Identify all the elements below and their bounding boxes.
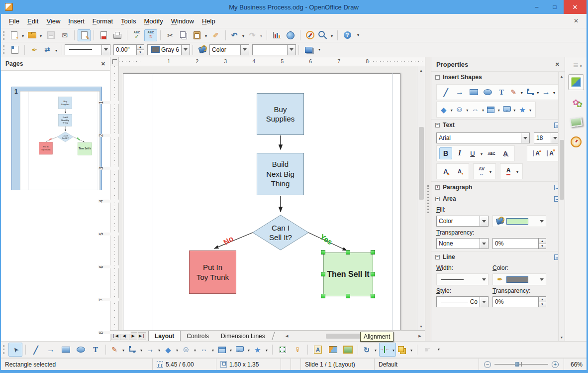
dropdown-arrow-icon[interactable]	[181, 45, 190, 55]
basic-shapes-button[interactable]	[439, 104, 454, 116]
open-button[interactable]	[26, 29, 43, 41]
select-button[interactable]	[8, 343, 22, 357]
spin-up-icon[interactable]: ▲	[137, 45, 144, 50]
bold-button[interactable]	[439, 147, 452, 159]
page-1-thumbnail[interactable]: 1	[11, 87, 102, 190]
sidebar-tab-images[interactable]	[568, 114, 584, 130]
scrollbar-thumb[interactable]	[419, 127, 424, 200]
insert-lines-arrows-button[interactable]	[541, 86, 557, 98]
selection-handle[interactable]	[321, 250, 325, 254]
sidebar-tab-properties[interactable]	[568, 74, 584, 90]
stars-button[interactable]	[252, 343, 269, 357]
tab-dimension-lines[interactable]: Dimension Lines	[215, 331, 271, 341]
spin-up-icon[interactable]: ▲	[539, 297, 546, 302]
flow-node-then-sell-it[interactable]: Then Sell It	[323, 252, 373, 296]
toolbar-more-button[interactable]	[355, 28, 362, 42]
collapse-icon[interactable]: −	[435, 123, 440, 127]
arrow-style-button[interactable]	[42, 44, 59, 56]
flow-node-buy-supplies[interactable]: Buy Supplies	[257, 93, 304, 135]
fill-color-button[interactable]	[492, 215, 546, 227]
strikethrough-button[interactable]	[485, 147, 498, 159]
paste-button[interactable]	[192, 29, 208, 41]
flow-node-can-i-sell-it[interactable]: Can I Sell It?	[254, 218, 307, 248]
ellipse-button[interactable]	[74, 343, 88, 357]
insert-arrow-button[interactable]	[453, 86, 466, 98]
rectangle-button[interactable]	[59, 343, 73, 357]
fontwork-gallery-button[interactable]	[311, 343, 325, 357]
menu-edit[interactable]: Edit	[23, 16, 42, 26]
callout-shapes-button[interactable]	[502, 104, 517, 116]
flow-node-buy-supplies[interactable]: Buy Supplies	[58, 97, 72, 109]
dropdown-arrow-icon[interactable]	[101, 45, 110, 55]
menu-insert[interactable]: Insert	[64, 16, 89, 26]
flow-node-can-i-sell-it[interactable]: Can I Sell It?	[58, 132, 73, 141]
spin-up-icon[interactable]: ▲	[539, 239, 546, 244]
alignment-button[interactable]	[379, 343, 396, 357]
rotate-button[interactable]	[361, 343, 378, 357]
scroll-up-icon[interactable]: ▲	[417, 66, 425, 74]
character-spacing-button[interactable]	[476, 165, 493, 177]
transparency-spinner[interactable]: 0% ▲▼	[492, 238, 546, 249]
line-button[interactable]	[29, 343, 43, 357]
dropdown-arrow-icon[interactable]	[480, 297, 488, 307]
insert-curve-button[interactable]	[509, 86, 524, 98]
flow-node-put-in-toy-trunk[interactable]: Put In Toy Trunk	[189, 250, 236, 294]
arrange-button[interactable]	[397, 343, 414, 357]
spellcheck-button[interactable]	[130, 29, 143, 41]
selection-handle[interactable]	[371, 272, 375, 276]
insert-text-button[interactable]	[495, 86, 508, 98]
spin-down-icon[interactable]: ▼	[137, 50, 144, 55]
underline-button[interactable]	[467, 147, 484, 159]
selection-handle[interactable]	[371, 294, 375, 298]
selection-handle[interactable]	[321, 272, 325, 276]
text-button[interactable]	[89, 343, 102, 357]
insert-line-button[interactable]	[439, 86, 452, 98]
symbol-shapes-button[interactable]	[181, 343, 197, 357]
connector-button[interactable]	[127, 343, 144, 357]
expand-icon[interactable]: +	[435, 185, 440, 190]
shadow-button[interactable]	[302, 44, 315, 56]
text-shadow-button[interactable]	[499, 147, 512, 159]
line-style-combo[interactable]	[65, 44, 110, 55]
edit-points-button[interactable]	[276, 343, 290, 357]
insert-ellipse-button[interactable]	[481, 86, 494, 98]
menu-help[interactable]: Help	[198, 16, 219, 26]
selection-handle[interactable]	[321, 294, 325, 298]
transparency-type-combo[interactable]: None	[436, 238, 489, 249]
autospellcheck-button[interactable]	[144, 29, 157, 41]
area-style-combo[interactable]: Color	[209, 44, 249, 55]
lines-arrows-button[interactable]	[145, 343, 162, 357]
toolbar-grip[interactable]	[3, 45, 6, 54]
flowchart-shapes-button[interactable]	[487, 104, 501, 116]
zoom-slider-thumb[interactable]	[515, 362, 519, 367]
menu-view[interactable]: View	[42, 16, 64, 26]
star-shapes-button[interactable]	[518, 104, 533, 116]
format-paintbrush-button[interactable]	[209, 29, 222, 41]
zoom-out-icon[interactable]: −	[484, 361, 491, 368]
collapse-icon[interactable]: −	[435, 197, 440, 201]
flow-node-build-next-big-thing[interactable]: Build Next Big Thing	[257, 153, 304, 195]
copy-button[interactable]	[178, 29, 191, 41]
new-button[interactable]	[8, 29, 25, 41]
scroll-down-icon[interactable]: ▼	[417, 322, 425, 330]
flowchart-button[interactable]	[216, 343, 233, 357]
scroll-up-icon[interactable]: ▲	[558, 72, 566, 80]
dropdown-arrow-icon[interactable]	[240, 45, 249, 55]
menu-format[interactable]: Format	[89, 16, 117, 26]
sidebar-scrollbar[interactable]: ▲ ▼	[558, 72, 565, 341]
line-color-combo[interactable]: Gray 6	[147, 44, 190, 55]
spin-down-icon[interactable]: ▼	[539, 244, 546, 249]
toolbar-grip[interactable]	[3, 31, 6, 40]
scrollbar-thumb[interactable]	[560, 140, 564, 200]
export-pdf-button[interactable]	[97, 29, 110, 41]
zoom-in-icon[interactable]: +	[552, 361, 559, 368]
flow-node-put-in-toy-trunk[interactable]: Put In Toy Trunk	[39, 142, 52, 154]
menu-file[interactable]: File	[5, 16, 23, 26]
drawing-viewport[interactable]: Buy Supplies Build Next Big Thing Can I …	[119, 66, 417, 330]
dropdown-arrow-icon[interactable]	[540, 278, 544, 283]
navigator-button[interactable]	[303, 29, 316, 41]
line-transparency-spinner[interactable]: 0% ▲▼	[492, 296, 546, 307]
menu-modify[interactable]: Modify	[140, 16, 167, 26]
increase-spacing-button[interactable]	[530, 147, 543, 159]
dropdown-arrow-icon[interactable]	[482, 278, 486, 283]
